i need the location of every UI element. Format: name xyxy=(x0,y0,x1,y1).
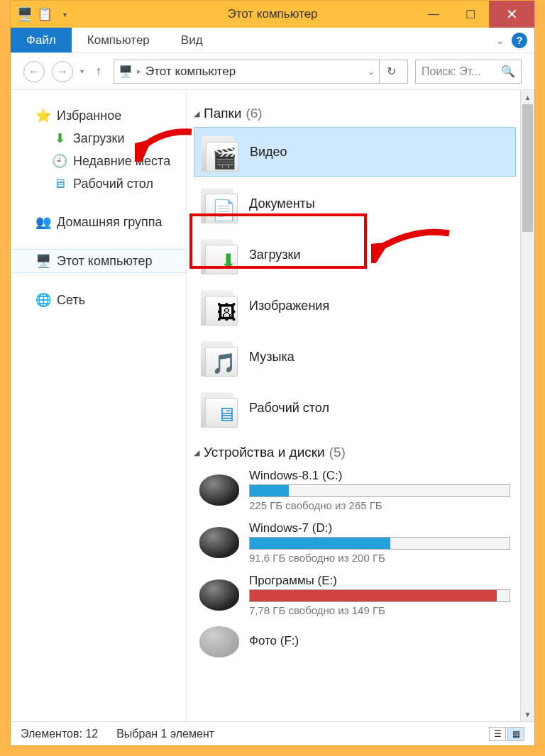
history-dropdown-icon[interactable]: ▾ xyxy=(80,67,84,75)
folder-icon: 🎵 xyxy=(199,337,239,377)
collapse-icon: ◢ xyxy=(194,109,199,118)
drive-name: Windows-7 (D:) xyxy=(249,521,510,535)
drive-free-text: 225 ГБ свободно из 265 ГБ xyxy=(249,499,510,511)
drive-free-text: 7,78 ГБ свободно из 149 ГБ xyxy=(249,604,510,616)
folder-label: Документы xyxy=(249,196,315,211)
folder-label: Музыка xyxy=(249,350,294,365)
help-icon[interactable]: ? xyxy=(512,33,527,48)
sidebar-item-label: Загрузки xyxy=(73,131,124,146)
vertical-scrollbar[interactable]: ▲ ▼ xyxy=(520,90,534,721)
sidebar-label: Домашняя группа xyxy=(57,215,163,230)
folder-desktop[interactable]: 🖥 Рабочий стол xyxy=(194,384,516,432)
status-item-count: Элементов: 12 xyxy=(21,728,98,740)
up-button[interactable]: ↑ xyxy=(91,64,106,79)
maximize-button[interactable]: ☐ xyxy=(452,1,489,28)
sidebar-item-label: Рабочий стол xyxy=(73,177,153,191)
drive-free-text: 91,6 ГБ свободно из 200 ГБ xyxy=(249,552,510,564)
folder-music[interactable]: 🎵 Музыка xyxy=(194,333,516,381)
ribbon-expand-icon[interactable]: ⌄ xyxy=(496,35,505,46)
drive-usage-bar xyxy=(249,589,510,602)
sidebar-item-downloads[interactable]: ⬇ Загрузки xyxy=(11,127,186,150)
content-scroll: ◢ Папки (6) 🎬 Видео 📄 Документы ⬇ Загруз… xyxy=(187,90,520,721)
drive-name: Программы (E:) xyxy=(249,574,510,588)
search-placeholder: Поиск: Эт... xyxy=(422,65,481,78)
collapse-icon: ◢ xyxy=(194,448,199,457)
navigation-bar: ← → ▾ ↑ 🖥️ ▸ Этот компьютер ⌄ ↻ Поиск: Э… xyxy=(11,53,534,90)
drive-usage-bar xyxy=(249,537,510,550)
properties-icon[interactable]: 📋 xyxy=(36,6,53,23)
view-tiles-icon[interactable]: ▦ xyxy=(507,727,524,741)
back-button[interactable]: ← xyxy=(23,61,45,82)
scroll-up-icon[interactable]: ▲ xyxy=(521,90,534,104)
body: ⭐ Избранное ⬇ Загрузки 🕘 Недавние места … xyxy=(11,90,534,721)
quick-access-toolbar: 🖥️ 📋 ▾ xyxy=(16,6,73,23)
folder-label: Загрузки xyxy=(249,248,300,262)
tab-computer[interactable]: Компьютер xyxy=(72,28,165,52)
ribbon-tabs: Файл Компьютер Вид ⌄ ? xyxy=(11,28,534,53)
network-icon: 🌐 xyxy=(35,292,51,308)
sidebar-thispc[interactable]: 🖥️ Этот компьютер xyxy=(11,249,186,273)
search-icon: 🔍 xyxy=(501,65,515,78)
breadcrumb-separator-icon: ▸ xyxy=(137,67,141,76)
drive-f[interactable]: Фото (F:) xyxy=(194,623,516,657)
sidebar-network[interactable]: 🌐 Сеть xyxy=(11,289,186,311)
folder-label: Рабочий стол xyxy=(249,401,329,416)
sidebar-item-label: Недавние места xyxy=(73,154,170,169)
folder-label: Видео xyxy=(250,145,287,160)
sidebar-homegroup[interactable]: 👥 Домашняя группа xyxy=(11,211,186,233)
drive-d[interactable]: Windows-7 (D:) 91,6 ГБ свободно из 200 Г… xyxy=(194,518,516,571)
folder-icon: 🖥 xyxy=(199,388,239,428)
computer-icon: 🖥️ xyxy=(35,253,51,269)
view-details-icon[interactable]: ☰ xyxy=(489,727,506,741)
drive-c[interactable]: Windows-8.1 (C:) 225 ГБ свободно из 265 … xyxy=(194,466,516,518)
homegroup-icon: 👥 xyxy=(35,214,51,230)
refresh-button[interactable]: ↻ xyxy=(379,60,403,84)
forward-button[interactable]: → xyxy=(52,61,73,82)
folder-icon: 🖼 xyxy=(199,286,239,326)
status-selected: Выбран 1 элемент xyxy=(116,728,214,740)
folder-icon: ⬇ xyxy=(199,235,239,274)
folder-video[interactable]: 🎬 Видео xyxy=(194,127,516,177)
sidebar-favorites-header[interactable]: ⭐ Избранное xyxy=(11,104,186,127)
drive-e[interactable]: Программы (E:) 7,78 ГБ свободно из 149 Г… xyxy=(194,571,516,623)
computer-small-icon: 🖥️ xyxy=(119,65,133,78)
sidebar-item-desktop[interactable]: 🖥 Рабочий стол xyxy=(11,172,186,195)
folder-icon: 🎬 xyxy=(200,132,240,172)
drive-icon xyxy=(199,474,239,506)
view-switcher: ☰ ▦ xyxy=(489,727,524,741)
sidebar-label: Сеть xyxy=(57,293,85,308)
desktop-icon: 🖥 xyxy=(52,176,67,191)
address-dropdown-icon[interactable]: ⌄ xyxy=(368,67,375,77)
folder-downloads[interactable]: ⬇ Загрузки xyxy=(194,230,516,279)
explorer-window: 🖥️ 📋 ▾ Этот компьютер — ☐ ✕ Файл Компьют… xyxy=(10,0,535,746)
status-bar: Элементов: 12 Выбран 1 элемент ☰ ▦ xyxy=(11,721,534,745)
scroll-down-icon[interactable]: ▼ xyxy=(521,707,534,721)
group-folders-heading[interactable]: ◢ Папки (6) xyxy=(194,106,516,121)
drive-icon xyxy=(199,527,239,558)
scrollbar-thumb[interactable] xyxy=(522,104,533,232)
search-input[interactable]: Поиск: Эт... 🔍 xyxy=(415,60,522,84)
navigation-pane: ⭐ Избранное ⬇ Загрузки 🕘 Недавние места … xyxy=(11,90,187,721)
computer-icon[interactable]: 🖥️ xyxy=(16,6,33,23)
breadcrumb[interactable]: Этот компьютер xyxy=(145,65,236,79)
tab-view[interactable]: Вид xyxy=(165,28,219,52)
minimize-button[interactable]: — xyxy=(415,1,452,28)
drive-icon xyxy=(199,579,239,611)
drive-name: Фото (F:) xyxy=(249,634,510,648)
tab-file[interactable]: Файл xyxy=(11,28,72,52)
recent-icon: 🕘 xyxy=(52,153,67,169)
window-controls: — ☐ ✕ xyxy=(415,1,534,28)
content-pane: ◢ Папки (6) 🎬 Видео 📄 Документы ⬇ Загруз… xyxy=(187,90,534,721)
dropdown-icon[interactable]: ▾ xyxy=(56,6,73,23)
sidebar-item-recent[interactable]: 🕘 Недавние места xyxy=(11,150,186,172)
address-bar[interactable]: 🖥️ ▸ Этот компьютер ⌄ ↻ xyxy=(114,60,408,84)
group-drives-heading[interactable]: ◢ Устройства и диски (5) xyxy=(194,445,516,460)
title-bar: 🖥️ 📋 ▾ Этот компьютер — ☐ ✕ xyxy=(11,1,534,28)
drive-usage-bar xyxy=(249,484,510,497)
sidebar-label: Избранное xyxy=(57,109,121,123)
folder-documents[interactable]: 📄 Документы xyxy=(194,179,516,228)
star-icon: ⭐ xyxy=(35,108,51,123)
folder-pictures[interactable]: 🖼 Изображения xyxy=(194,282,516,330)
sidebar-label: Этот компьютер xyxy=(57,254,153,269)
close-button[interactable]: ✕ xyxy=(489,1,534,28)
